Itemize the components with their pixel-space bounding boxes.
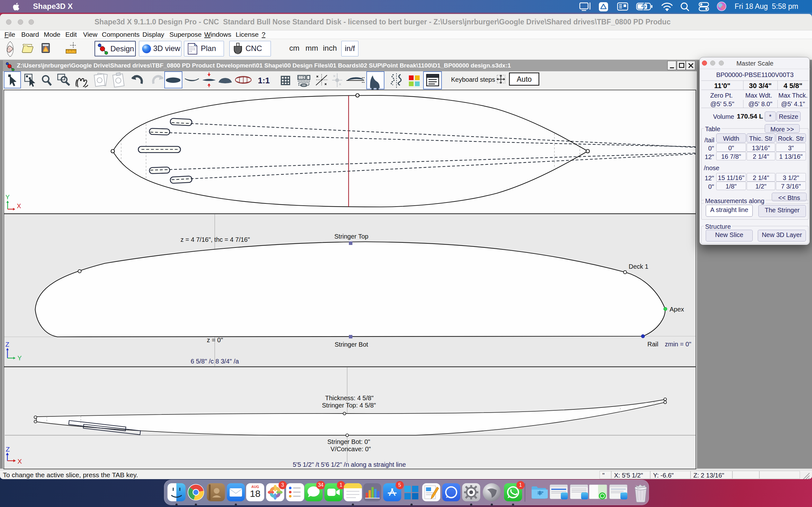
svg-text:1:1: 1:1 bbox=[258, 76, 270, 85]
svg-text:Z: Z bbox=[5, 341, 9, 348]
svg-text:Deck 1: Deck 1 bbox=[629, 263, 648, 270]
svg-text:z = 4 7/16", thc = 4 7/16": z = 4 7/16", thc = 4 7/16" bbox=[181, 236, 250, 243]
svg-text:V/Concave: 0": V/Concave: 0" bbox=[331, 446, 371, 452]
svg-text:Apex: Apex bbox=[670, 306, 684, 313]
svg-text:Stringer Bot: 0": Stringer Bot: 0" bbox=[327, 438, 370, 445]
svg-text:Stringer Top: Stringer Top bbox=[334, 233, 368, 240]
svg-text:Keyboard steps: Keyboard steps bbox=[451, 76, 495, 83]
svg-text:Auto: Auto bbox=[517, 75, 531, 83]
svg-text:Stringer Top: 4 5/8": Stringer Top: 4 5/8" bbox=[322, 402, 376, 409]
svg-text:Z: Z bbox=[6, 446, 10, 453]
svg-text:X: X bbox=[17, 203, 21, 210]
svg-text:Stringer Bot: Stringer Bot bbox=[335, 341, 368, 348]
svg-text:Y: Y bbox=[5, 193, 9, 201]
svg-text:Rail: Rail bbox=[647, 341, 658, 348]
svg-text:6 5/8" /c 8 3/4" /a: 6 5/8" /c 8 3/4" /a bbox=[191, 358, 239, 365]
svg-text:zmin = 0": zmin = 0" bbox=[665, 341, 691, 348]
svg-text:Y: Y bbox=[17, 354, 21, 361]
svg-text:5'5 1/2" /t 5'6 1/2" /n along: 5'5 1/2" /t 5'6 1/2" /n along a straight… bbox=[293, 461, 406, 468]
svg-text:Thickness: 4 5/8": Thickness: 4 5/8" bbox=[325, 395, 374, 401]
svg-text:z = 0": z = 0" bbox=[207, 337, 223, 343]
svg-text:X: X bbox=[17, 458, 22, 465]
